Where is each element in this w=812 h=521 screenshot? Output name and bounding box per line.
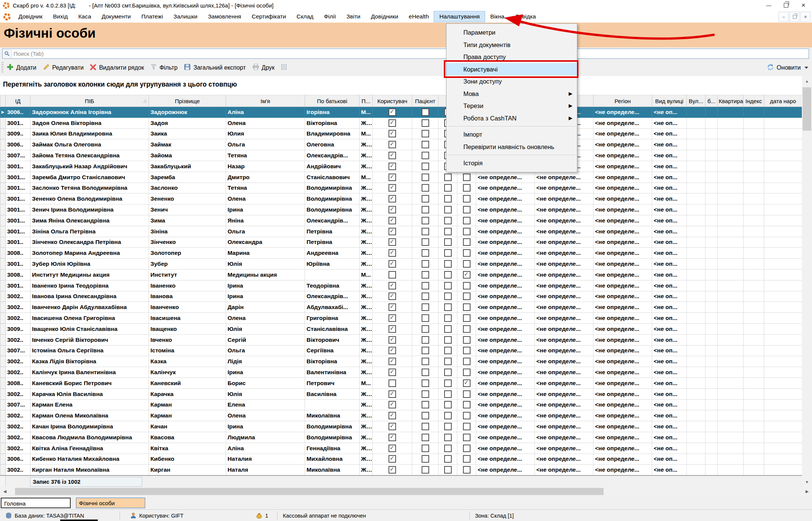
table-row[interactable]: 3001...Зима Яніна ОлександрівнаЗимаЯніна… [0, 215, 802, 226]
cell-apartment[interactable] [718, 107, 744, 118]
cell-checkbox[interactable] [439, 183, 457, 193]
menu-item-користувачі[interactable]: Користувачі [446, 63, 577, 76]
cell-undefined-value[interactable]: <не определе... [476, 313, 535, 324]
cell-surname[interactable]: Зененко [149, 193, 226, 204]
cell-pib[interactable]: Карман Елена [30, 399, 149, 410]
cell-name[interactable]: Дмитро [226, 172, 305, 183]
checkbox-unchecked-icon[interactable] [444, 238, 452, 246]
cell-вид вулиці[interactable]: <не оп... [652, 237, 687, 248]
cell-street[interactable] [687, 291, 706, 302]
menubar-item-ehealth[interactable]: eHealth [404, 11, 434, 22]
cell-p[interactable]: М... [360, 128, 373, 139]
cell-p[interactable]: Ж... [360, 204, 373, 215]
menubar-item-платежі[interactable]: Платежі [136, 11, 168, 22]
table-row[interactable]: 3008..Золотопер Марина АндреевнаЗолотопе… [0, 248, 802, 259]
cell-p[interactable]: М... [360, 378, 373, 388]
cell-name[interactable]: Аліна [226, 443, 305, 454]
column-header-ід[interactable]: ІД [6, 95, 30, 107]
cell-checkbox[interactable] [412, 172, 439, 183]
tab-golovna[interactable]: Головна [1, 498, 71, 508]
cell-apartment[interactable] [718, 259, 744, 270]
cell-birthdate[interactable] [764, 323, 802, 334]
checkbox-checked-icon[interactable] [463, 379, 471, 387]
cell-checkbox[interactable] [439, 193, 457, 204]
checkbox-unchecked-icon[interactable] [444, 174, 452, 181]
cell-p[interactable]: Ж... [360, 215, 373, 226]
cell-apartment[interactable] [718, 323, 744, 334]
cell-birthdate[interactable] [764, 150, 802, 161]
checkbox-unchecked-icon[interactable] [444, 390, 452, 398]
cell-регіон[interactable]: <не определе... [593, 465, 652, 475]
cell-id[interactable]: 3002.. [6, 356, 30, 367]
cell-регіон[interactable]: <не определе... [593, 139, 652, 150]
cell-surname[interactable]: Займак [149, 139, 226, 150]
checkbox-checked-icon[interactable] [389, 325, 396, 333]
cell-name[interactable]: Яніна [226, 215, 305, 226]
cell-p[interactable]: Ж... [360, 356, 373, 367]
cell-pib[interactable]: Зенич Ірина Володимирівна [30, 204, 149, 215]
cell-street[interactable] [687, 193, 706, 204]
cell-name[interactable]: Олена [226, 313, 305, 324]
checkbox-checked-icon[interactable] [389, 152, 396, 159]
cell-b[interactable] [706, 454, 718, 465]
menu-item-перевірити-наявність-оновлень[interactable]: Перевірити наявність оновлень [446, 141, 577, 153]
cell-index[interactable] [744, 313, 764, 324]
cell-index[interactable] [744, 432, 764, 443]
minimize-button[interactable]: — [760, 0, 777, 11]
cell-вид вулиці[interactable]: <не оп... [652, 367, 687, 378]
cell-patronymic[interactable]: Миколаївна [305, 410, 360, 421]
cell-checkbox[interactable] [457, 356, 476, 367]
cell-street[interactable] [687, 367, 706, 378]
cell-checkbox[interactable] [373, 139, 412, 150]
cell-регіон[interactable]: <не определе... [593, 378, 652, 388]
cell-b[interactable] [706, 302, 718, 313]
cell-undefined-value[interactable]: <не определе... [535, 378, 593, 388]
checkbox-unchecked-icon[interactable] [422, 152, 429, 159]
cell-вид вулиці[interactable]: <не оп... [652, 172, 687, 183]
cell-p[interactable]: Ж... [360, 410, 373, 421]
checkbox-unchecked-icon[interactable] [444, 217, 452, 224]
cell-p[interactable]: Ж... [360, 259, 373, 270]
cell-surname[interactable]: Квасова [149, 432, 226, 443]
checkbox-checked-icon[interactable] [389, 238, 396, 246]
cell-birthdate[interactable] [764, 465, 802, 475]
cell-surname[interactable]: Институт [149, 269, 226, 280]
cell-регіон[interactable]: <не определе... [593, 432, 652, 443]
cell-birthdate[interactable] [764, 215, 802, 226]
cell-index[interactable] [744, 183, 764, 193]
cell-checkbox[interactable] [412, 248, 439, 259]
cell-id[interactable]: 3007... [6, 345, 30, 356]
cell-street[interactable] [687, 215, 706, 226]
cell-id[interactable]: 3001... [6, 172, 30, 183]
cell-apartment[interactable] [718, 215, 744, 226]
checkbox-unchecked-icon[interactable] [422, 282, 429, 289]
toolbar-button-add[interactable]: Додати [3, 62, 39, 74]
cell-index[interactable] [744, 454, 764, 465]
cell-birthdate[interactable] [764, 117, 802, 128]
cell-id[interactable]: 3002.. [6, 313, 30, 324]
cell-checkbox[interactable] [457, 269, 476, 280]
cell-birthdate[interactable] [764, 454, 802, 465]
menubar-item-філії[interactable]: Філії [319, 11, 341, 22]
cell-name[interactable]: Тетяна [226, 150, 305, 161]
checkbox-unchecked-icon[interactable] [444, 184, 452, 192]
cell-id[interactable]: 3001... [6, 183, 30, 193]
column-header-п-[interactable]: П... [360, 95, 373, 107]
cell-apartment[interactable] [718, 183, 744, 193]
checkbox-checked-icon[interactable] [389, 282, 396, 289]
cell-pib[interactable]: Істоміна Ольга Сергіївна [30, 345, 149, 356]
row-indicator[interactable] [0, 465, 6, 475]
cell-checkbox[interactable] [412, 128, 439, 139]
table-row[interactable]: 3007...Зайома Тетяна ОлександрівнаЗайома… [0, 150, 802, 161]
cell-street[interactable] [687, 465, 706, 475]
checkbox-unchecked-icon[interactable] [463, 358, 471, 365]
cell-checkbox[interactable] [457, 399, 476, 410]
cell-birthdate[interactable] [764, 367, 802, 378]
menubar-item-налаштування[interactable]: Налаштування [434, 11, 485, 22]
cell-b[interactable] [706, 117, 718, 128]
cell-pib[interactable]: Качан Ірина Володимирівна [30, 421, 149, 432]
cell-birthdate[interactable] [764, 183, 802, 193]
cell-p[interactable]: М... [360, 172, 373, 183]
cell-checkbox[interactable] [457, 378, 476, 388]
cell-checkbox[interactable] [412, 280, 439, 291]
